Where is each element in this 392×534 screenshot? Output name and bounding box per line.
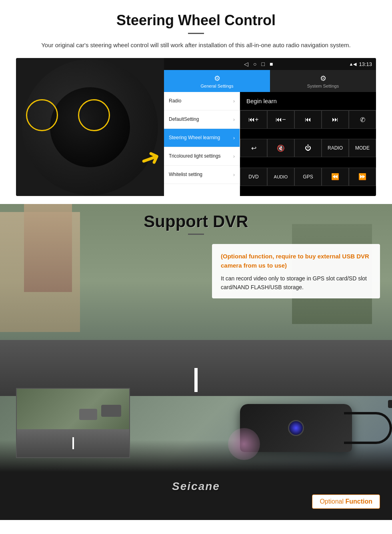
dvr-camera-lens [288, 420, 304, 436]
menu-item-radio-chevron: › [233, 98, 235, 104]
recent-nav-icon[interactable]: □ [262, 61, 265, 67]
dvr-camera-device [240, 404, 352, 452]
signal-icons: ▲◀ [349, 62, 357, 67]
nav-icons: ◁ ○ □ ■ [168, 61, 349, 67]
menu-item-whitelist[interactable]: Whitelist setting › [164, 166, 240, 184]
ctrl-phone[interactable]: ✆ [349, 110, 376, 129]
steering-interface: ➜ ◁ ○ □ ■ ▲◀ 13:13 ⚙ General Settings [16, 58, 376, 196]
ctrl-prev-track[interactable]: ⏮ [294, 110, 322, 129]
dvr-camera-area [212, 384, 380, 472]
menu-item-steering-label: Steering Wheel learning [169, 135, 220, 141]
dvr-camera-cable [344, 412, 392, 444]
steering-subtitle: Your original car's steering wheel contr… [36, 40, 356, 50]
dvr-divider [188, 234, 204, 235]
ctrl-dvd[interactable]: DVD [240, 168, 267, 186]
menu-item-default-label: DefaultSetting [169, 116, 199, 123]
ctrl-vol-up[interactable]: ⏮+ [240, 110, 267, 129]
menu-nav-icon[interactable]: ■ [270, 61, 273, 67]
menu-item-tricoloured[interactable]: Tricoloured light settings › [164, 147, 240, 166]
steering-wheel [22, 59, 158, 195]
system-settings-icon: ⚙ [320, 74, 326, 83]
tab-general-settings[interactable]: ⚙ General Settings [164, 70, 270, 92]
menu-item-tricoloured-label: Tricoloured light settings [169, 153, 221, 160]
dvr-inset-car1 [101, 405, 121, 417]
ctrl-next-track[interactable]: ⏭ [322, 110, 349, 129]
ctrl-hang-up[interactable]: ↩ [240, 139, 267, 157]
ctrl-audio[interactable]: AUDIO [267, 168, 294, 186]
menu-item-defaultsetting[interactable]: DefaultSetting › [164, 110, 240, 129]
menu-item-radio-label: Radio [169, 98, 181, 104]
status-bar: ◁ ○ □ ■ ▲◀ 13:13 [164, 58, 376, 70]
status-time: 13:13 [359, 61, 372, 67]
ctrl-prev-call[interactable]: ⏪ [322, 168, 349, 186]
menu-item-steering-learning[interactable]: Steering Wheel learning › [164, 129, 240, 147]
menu-item-steering-chevron: › [233, 135, 235, 141]
menu-list: Radio › DefaultSetting › Steering Wheel … [164, 92, 240, 196]
function-word: Function [345, 498, 372, 505]
steering-photo: ➜ [16, 58, 164, 196]
ctrl-power[interactable]: ⏻ [294, 139, 322, 157]
begin-learn-text[interactable]: Begin learn [246, 98, 277, 104]
dvr-title-bar: Support DVR [0, 204, 392, 238]
steering-divider [188, 33, 204, 34]
dvr-cable-usb-end [388, 400, 392, 408]
general-settings-label: General Settings [201, 84, 234, 88]
dvr-road-line [194, 368, 198, 392]
ctrl-next-call[interactable]: ⏩ [349, 168, 376, 186]
android-tabs: ⚙ General Settings ⚙ System Settings [164, 70, 376, 92]
right-panel: Begin learn ⏮+ ⏮− ⏮ ⏭ ✆ ↩ 🔇 ⏻ RADIO MODE… [240, 92, 376, 196]
dvr-inset-car2 [79, 409, 97, 420]
dvr-camera-glow [228, 428, 260, 460]
tab-system-settings[interactable]: ⚙ System Settings [270, 70, 376, 92]
dvr-inset-road [17, 429, 129, 457]
menu-item-radio[interactable]: Radio › [164, 92, 240, 110]
ctrl-radio[interactable]: RADIO [322, 139, 349, 157]
general-settings-icon: ⚙ [214, 74, 220, 83]
steering-wheel-inner [50, 87, 130, 167]
android-menu: Radio › DefaultSetting › Steering Wheel … [164, 92, 376, 196]
control-buttons-grid: ⏮+ ⏮− ⏮ ⏭ ✆ ↩ 🔇 ⏻ RADIO MODE DVD AUDIO G… [240, 110, 376, 196]
dvr-optional-note: (Optional function, require to buy exter… [221, 252, 371, 270]
dvr-title: Support DVR [0, 212, 392, 231]
steering-section: Steering Wheel Control Your original car… [0, 0, 392, 204]
optional-function-badge: Optional Function [312, 494, 380, 509]
home-nav-icon[interactable]: ○ [253, 61, 256, 67]
steering-title: Steering Wheel Control [16, 12, 376, 29]
system-settings-label: System Settings [307, 84, 339, 88]
ctrl-mute[interactable]: 🔇 [267, 139, 294, 157]
ctrl-gps[interactable]: GPS [294, 168, 322, 186]
android-ui: ◁ ○ □ ■ ▲◀ 13:13 ⚙ General Settings ⚙ Sy… [164, 58, 376, 196]
menu-item-whitelist-label: Whitelist setting [169, 172, 202, 178]
dvr-section: Support DVR (Optional function, require … [0, 204, 392, 520]
menu-item-whitelist-chevron: › [233, 172, 235, 178]
dvr-description: It can record video only to storage in G… [221, 274, 371, 292]
dvr-inset-screen [16, 388, 130, 458]
seicane-brand-text: Seicane [172, 480, 220, 492]
menu-item-tricoloured-chevron: › [233, 154, 235, 159]
begin-learn-row: Begin learn [240, 92, 376, 110]
ctrl-mode[interactable]: MODE [349, 139, 376, 157]
dvr-info-card: (Optional function, require to buy exter… [212, 244, 380, 298]
dvr-inset-road-line [72, 437, 74, 449]
menu-item-default-chevron: › [233, 117, 235, 122]
optional-word: Optional [320, 498, 344, 505]
seicane-brand: Seicane [172, 480, 220, 493]
dvr-inset-inner [17, 389, 129, 457]
ctrl-vol-down[interactable]: ⏮− [267, 110, 294, 129]
back-nav-icon[interactable]: ◁ [244, 61, 248, 67]
